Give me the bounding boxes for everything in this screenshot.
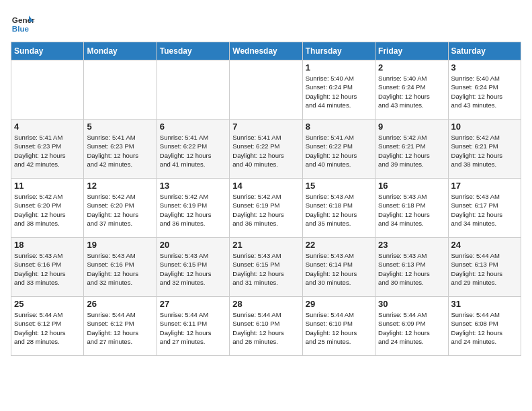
day-info: Sunrise: 5:44 AM Sunset: 6:09 PM Dayligh… xyxy=(378,310,445,346)
calendar-day-cell: 6Sunrise: 5:41 AM Sunset: 6:22 PM Daylig… xyxy=(157,120,229,179)
svg-text:Blue: Blue xyxy=(12,24,30,33)
calendar-day-cell: 21Sunrise: 5:43 AM Sunset: 6:15 PM Dayli… xyxy=(230,238,302,297)
day-number: 1 xyxy=(306,62,372,73)
calendar-day-cell: 28Sunrise: 5:44 AM Sunset: 6:10 PM Dayli… xyxy=(230,297,302,356)
day-number: 21 xyxy=(232,240,299,250)
day-info: Sunrise: 5:41 AM Sunset: 6:23 PM Dayligh… xyxy=(14,133,81,169)
day-info: Sunrise: 5:43 AM Sunset: 6:16 PM Dayligh… xyxy=(14,251,81,287)
day-info: Sunrise: 5:40 AM Sunset: 6:24 PM Dayligh… xyxy=(378,74,445,109)
calendar-day-cell: 20Sunrise: 5:43 AM Sunset: 6:15 PM Dayli… xyxy=(157,238,229,297)
calendar-day-cell: 19Sunrise: 5:43 AM Sunset: 6:16 PM Dayli… xyxy=(84,238,157,297)
day-info: Sunrise: 5:41 AM Sunset: 6:22 PM Dayligh… xyxy=(232,133,299,169)
logo-icon: General Blue xyxy=(11,11,35,35)
day-number: 2 xyxy=(378,62,445,73)
day-number: 22 xyxy=(306,240,372,250)
calendar-day-cell: 30Sunrise: 5:44 AM Sunset: 6:09 PM Dayli… xyxy=(375,297,448,356)
calendar-day-cell: 2Sunrise: 5:40 AM Sunset: 6:24 PM Daylig… xyxy=(375,60,448,120)
day-info: Sunrise: 5:42 AM Sunset: 6:19 PM Dayligh… xyxy=(232,192,299,228)
day-number: 31 xyxy=(451,299,518,309)
day-number: 20 xyxy=(160,240,226,250)
day-info: Sunrise: 5:40 AM Sunset: 6:24 PM Dayligh… xyxy=(306,74,372,109)
calendar-day-cell: 15Sunrise: 5:43 AM Sunset: 6:18 PM Dayli… xyxy=(302,179,375,238)
day-number: 12 xyxy=(87,181,153,191)
day-info: Sunrise: 5:44 AM Sunset: 6:13 PM Dayligh… xyxy=(451,251,518,287)
calendar-day-cell xyxy=(11,60,84,120)
weekday-header: Saturday xyxy=(448,42,521,60)
calendar-day-cell xyxy=(84,60,157,120)
calendar-day-cell: 31Sunrise: 5:44 AM Sunset: 6:08 PM Dayli… xyxy=(448,297,521,356)
day-number: 10 xyxy=(451,122,518,132)
day-number: 26 xyxy=(87,299,153,309)
day-info: Sunrise: 5:44 AM Sunset: 6:12 PM Dayligh… xyxy=(87,310,153,346)
calendar-body: 1Sunrise: 5:40 AM Sunset: 6:24 PM Daylig… xyxy=(11,60,521,356)
calendar-day-cell: 10Sunrise: 5:42 AM Sunset: 6:21 PM Dayli… xyxy=(448,120,521,179)
calendar-day-cell: 5Sunrise: 5:41 AM Sunset: 6:23 PM Daylig… xyxy=(84,120,157,179)
day-number: 16 xyxy=(378,181,445,191)
day-number: 8 xyxy=(306,122,372,132)
calendar-week-row: 1Sunrise: 5:40 AM Sunset: 6:24 PM Daylig… xyxy=(11,60,521,120)
day-number: 11 xyxy=(14,181,81,191)
day-info: Sunrise: 5:44 AM Sunset: 6:12 PM Dayligh… xyxy=(14,310,81,346)
day-number: 18 xyxy=(14,240,81,250)
calendar-day-cell: 13Sunrise: 5:42 AM Sunset: 6:19 PM Dayli… xyxy=(157,179,229,238)
day-info: Sunrise: 5:43 AM Sunset: 6:16 PM Dayligh… xyxy=(87,251,153,287)
calendar-day-cell: 29Sunrise: 5:44 AM Sunset: 6:10 PM Dayli… xyxy=(302,297,375,356)
calendar-week-row: 18Sunrise: 5:43 AM Sunset: 6:16 PM Dayli… xyxy=(11,238,521,297)
weekday-header: Monday xyxy=(84,42,157,60)
day-number: 27 xyxy=(160,299,226,309)
day-info: Sunrise: 5:41 AM Sunset: 6:23 PM Dayligh… xyxy=(87,133,153,169)
day-number: 29 xyxy=(306,299,372,309)
calendar-day-cell: 11Sunrise: 5:42 AM Sunset: 6:20 PM Dayli… xyxy=(11,179,84,238)
day-info: Sunrise: 5:40 AM Sunset: 6:24 PM Dayligh… xyxy=(451,74,518,109)
day-info: Sunrise: 5:44 AM Sunset: 6:10 PM Dayligh… xyxy=(306,310,372,346)
calendar-table: SundayMondayTuesdayWednesdayThursdayFrid… xyxy=(11,42,521,356)
day-number: 14 xyxy=(232,181,299,191)
day-info: Sunrise: 5:41 AM Sunset: 6:22 PM Dayligh… xyxy=(160,133,226,169)
calendar-day-cell: 27Sunrise: 5:44 AM Sunset: 6:11 PM Dayli… xyxy=(157,297,229,356)
weekday-header: Tuesday xyxy=(157,42,229,60)
calendar-day-cell: 22Sunrise: 5:43 AM Sunset: 6:14 PM Dayli… xyxy=(302,238,375,297)
weekday-header: Thursday xyxy=(302,42,375,60)
day-number: 19 xyxy=(87,240,153,250)
day-info: Sunrise: 5:44 AM Sunset: 6:10 PM Dayligh… xyxy=(232,310,299,346)
day-info: Sunrise: 5:43 AM Sunset: 6:13 PM Dayligh… xyxy=(378,251,445,287)
day-info: Sunrise: 5:42 AM Sunset: 6:21 PM Dayligh… xyxy=(378,133,445,169)
day-info: Sunrise: 5:43 AM Sunset: 6:18 PM Dayligh… xyxy=(378,192,445,228)
day-info: Sunrise: 5:43 AM Sunset: 6:15 PM Dayligh… xyxy=(160,251,226,287)
day-info: Sunrise: 5:43 AM Sunset: 6:15 PM Dayligh… xyxy=(232,251,299,287)
calendar-day-cell: 17Sunrise: 5:43 AM Sunset: 6:17 PM Dayli… xyxy=(448,179,521,238)
day-number: 6 xyxy=(160,122,226,132)
calendar-day-cell: 26Sunrise: 5:44 AM Sunset: 6:12 PM Dayli… xyxy=(84,297,157,356)
weekday-header: Wednesday xyxy=(230,42,302,60)
calendar-day-cell xyxy=(157,60,229,120)
calendar-day-cell: 7Sunrise: 5:41 AM Sunset: 6:22 PM Daylig… xyxy=(230,120,302,179)
day-number: 30 xyxy=(378,299,445,309)
day-number: 15 xyxy=(306,181,372,191)
day-info: Sunrise: 5:42 AM Sunset: 6:20 PM Dayligh… xyxy=(14,192,81,228)
logo: General Blue xyxy=(11,11,35,35)
day-number: 28 xyxy=(232,299,299,309)
day-info: Sunrise: 5:44 AM Sunset: 6:08 PM Dayligh… xyxy=(451,310,518,346)
day-number: 5 xyxy=(87,122,153,132)
calendar-day-cell: 12Sunrise: 5:42 AM Sunset: 6:20 PM Dayli… xyxy=(84,179,157,238)
calendar-week-row: 4Sunrise: 5:41 AM Sunset: 6:23 PM Daylig… xyxy=(11,120,521,179)
calendar-day-cell: 4Sunrise: 5:41 AM Sunset: 6:23 PM Daylig… xyxy=(11,120,84,179)
calendar-header-row: SundayMondayTuesdayWednesdayThursdayFrid… xyxy=(11,42,521,60)
calendar-day-cell: 8Sunrise: 5:41 AM Sunset: 6:22 PM Daylig… xyxy=(302,120,375,179)
calendar-day-cell: 14Sunrise: 5:42 AM Sunset: 6:19 PM Dayli… xyxy=(230,179,302,238)
day-number: 17 xyxy=(451,181,518,191)
calendar-day-cell: 23Sunrise: 5:43 AM Sunset: 6:13 PM Dayli… xyxy=(375,238,448,297)
day-number: 25 xyxy=(14,299,81,309)
page-header: General Blue xyxy=(11,11,521,35)
calendar-day-cell: 24Sunrise: 5:44 AM Sunset: 6:13 PM Dayli… xyxy=(448,238,521,297)
day-info: Sunrise: 5:42 AM Sunset: 6:19 PM Dayligh… xyxy=(160,192,226,228)
day-number: 7 xyxy=(232,122,299,132)
day-number: 24 xyxy=(451,240,518,250)
calendar-day-cell: 18Sunrise: 5:43 AM Sunset: 6:16 PM Dayli… xyxy=(11,238,84,297)
calendar-day-cell xyxy=(230,60,302,120)
day-number: 9 xyxy=(378,122,445,132)
calendar-day-cell: 1Sunrise: 5:40 AM Sunset: 6:24 PM Daylig… xyxy=(302,60,375,120)
day-number: 4 xyxy=(14,122,81,132)
day-number: 3 xyxy=(451,62,518,73)
day-info: Sunrise: 5:42 AM Sunset: 6:21 PM Dayligh… xyxy=(451,133,518,169)
